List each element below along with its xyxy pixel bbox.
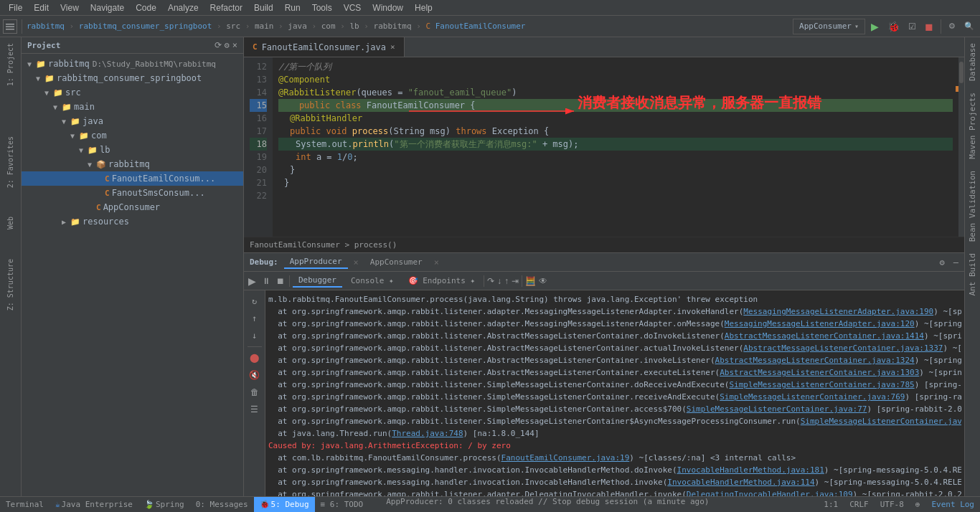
debug-resume-btn[interactable]: ▶ (247, 275, 258, 287)
scrollbar-thumb[interactable] (959, 62, 963, 83)
status-tab-messages[interactable]: 0: Messages (190, 497, 254, 513)
tree-item-rabbitmq-pkg[interactable]: ▼ 📦 rabbitmq (22, 157, 243, 171)
menu-edit[interactable]: Edit (28, 0, 55, 15)
tree-label-consumer: rabbitmq_consumer_springboot (57, 73, 202, 83)
editor-scrollbar[interactable] (958, 57, 964, 237)
search-button[interactable]: 🔍 (961, 20, 977, 32)
step-over-btn[interactable]: ↷ (487, 276, 494, 286)
menu-help[interactable]: Help (409, 0, 438, 15)
tree-item-lb[interactable]: ▼ 📁 lb (22, 143, 243, 157)
menu-file[interactable]: File (3, 0, 28, 15)
step-out-btn[interactable]: ↑ (504, 276, 509, 286)
watch-btn[interactable]: 👁 (539, 276, 547, 286)
right-tab-bean[interactable]: Bean Validation (965, 165, 980, 247)
debug-stop-btn[interactable]: ⏹ (275, 276, 286, 286)
menu-window[interactable]: Window (367, 0, 409, 15)
line-num-22: 22 (250, 189, 267, 202)
debug-clear-btn[interactable]: 🗑 (247, 384, 263, 400)
debug-pause-btn[interactable]: ⏸ (260, 276, 272, 286)
debug-breakpoint-btn[interactable]: ⬤ (247, 350, 263, 366)
menu-code[interactable]: Code (130, 0, 162, 15)
menu-tools[interactable]: Tools (306, 0, 338, 15)
debug-down-btn[interactable]: ↓ (247, 328, 263, 343)
debug-tab-app-producer[interactable]: AppProducer (284, 255, 348, 269)
project-panel: Project ⟳ ⚙ × ▼ 📁 rabbitmq D:\Study_Rabb… (22, 37, 244, 496)
project-panel-title: Project (27, 41, 60, 50)
tree-item-com[interactable]: ▼ 📁 com (22, 128, 243, 143)
debug-settings-icon[interactable]: ⚙ (940, 257, 945, 267)
debug-minimize-icon[interactable]: — (953, 257, 958, 267)
debug-log-content[interactable]: m.lb.rabbitmq.FanoutEamilConsumer.proces… (265, 290, 964, 496)
status-tab-java-enterprise-label: Java Enterprise (62, 500, 133, 509)
debug-sub-tab-console[interactable]: Console ✦ (345, 275, 400, 287)
debug-mute-btn[interactable]: 🔇 (247, 367, 263, 383)
stop-button[interactable]: ◼ (922, 19, 936, 34)
debug-sub-tab-endpoints[interactable]: 🎯 Endpoints ✦ (402, 275, 481, 287)
tree-arrow-consumer: ▼ (36, 75, 44, 82)
menu-refactor[interactable]: Refactor (204, 0, 248, 15)
tree-item-fanout-email[interactable]: ▶ C FanoutEamilConsum... (22, 171, 243, 186)
menu-run[interactable]: Run (279, 0, 306, 15)
tab-fanout-email[interactable]: C FanoutEamilConsumer.java × (244, 37, 405, 57)
evaluate-btn[interactable]: 🧮 (525, 276, 536, 286)
sidebar-item-structure[interactable]: Z: Structure (4, 256, 17, 313)
code-scroll-area[interactable]: 12 13 14 15 16 17 18 19 20 21 22 (244, 57, 964, 237)
debug-sub-tab-debugger[interactable]: Debugger (293, 274, 342, 288)
menu-vcs[interactable]: VCS (338, 0, 367, 15)
tree-item-resources[interactable]: ▶ 📁 resources (22, 214, 243, 229)
sidebar-item-favorites[interactable]: 2: Favorites (4, 133, 17, 191)
step-into-btn[interactable]: ↓ (497, 276, 501, 286)
status-tab-messages-label: 0: Messages (196, 500, 248, 509)
run-config-selector[interactable]: AppConsumer ▾ (793, 19, 865, 34)
tree-label-fanout-email: FanoutEamilConsum... (112, 174, 216, 184)
src-folder-icon: 📁 (53, 88, 63, 98)
debug-tab-app-consumer[interactable]: AppConsumer (364, 256, 428, 268)
run-to-cursor-btn[interactable]: ⇥ (512, 276, 519, 286)
tree-item-appconsumer[interactable]: ▶ C AppConsumer (22, 200, 243, 214)
sidebar-item-web[interactable]: Web (4, 214, 17, 232)
tree-item-consumer-springboot[interactable]: ▼ 📁 rabbitmq_consumer_springboot (22, 71, 243, 85)
toolbar-icon-1[interactable] (3, 19, 17, 34)
status-tab-debug[interactable]: 🐞 5: Debug (254, 497, 315, 513)
tree-item-java[interactable]: ▼ 📁 java (22, 114, 243, 128)
right-tab-database[interactable]: Database (965, 37, 980, 87)
coverage-button[interactable]: ☑ (905, 20, 919, 33)
status-position: 1:1 (824, 500, 838, 509)
debug-button[interactable]: 🐞 (885, 19, 903, 34)
code-line-21: } (278, 176, 953, 189)
debug-line-1: at org.springframework.amqp.rabbit.liste… (268, 305, 961, 318)
run-button[interactable]: ▶ (868, 19, 882, 34)
right-tab-ant[interactable]: Ant Build (965, 247, 980, 302)
status-tab-todo[interactable]: ≡ 6: TODO (315, 497, 369, 513)
settings-icon[interactable]: ⚙ (225, 40, 230, 50)
sync-icon[interactable]: ⟳ (215, 40, 222, 50)
code-line-16: @RabbitHandler (278, 112, 953, 125)
menu-view[interactable]: View (55, 0, 85, 15)
code-line-14: @RabbitListener(queues = "fanout_eamil_q… (278, 86, 953, 99)
tab-close-icon[interactable]: × (390, 42, 395, 52)
code-line-15: public class FanoutEamilConsumer { (278, 99, 953, 112)
tree-item-fanout-sms[interactable]: ▶ C FanoutSmsConsum... (22, 186, 243, 200)
debug-filter-btn[interactable]: ☰ (247, 402, 263, 417)
tree-item-rabbitmq[interactable]: ▼ 📁 rabbitmq D:\Study_RabbitMQ\rabbitmq (22, 57, 243, 71)
sidebar-item-project[interactable]: 1: Project (4, 40, 17, 89)
status-tab-terminal[interactable]: Terminal (0, 497, 50, 513)
menu-analyze[interactable]: Analyze (162, 0, 204, 15)
debug-up-btn[interactable]: ↑ (247, 310, 263, 326)
svg-rect-0 (6, 24, 14, 25)
code-content[interactable]: //第一个队列 @Component @RabbitListener(queue… (273, 57, 958, 237)
close-panel-icon[interactable]: × (232, 40, 237, 50)
build-button[interactable]: ⚙ (946, 20, 958, 32)
menu-navigate[interactable]: Navigate (85, 0, 130, 15)
menu-build[interactable]: Build (248, 0, 279, 15)
line-num-16: 16 (250, 112, 267, 125)
status-tab-spring[interactable]: 🍃 Spring (138, 497, 190, 513)
debug-line-3: at org.springframework.amqp.rabbit.liste… (268, 330, 961, 342)
tree-item-src[interactable]: ▼ 📁 src (22, 85, 243, 100)
tree-item-main[interactable]: ▼ 📁 main (22, 100, 243, 114)
debug-restart-btn[interactable]: ↻ (247, 293, 263, 309)
status-tab-java-enterprise[interactable]: ☕ Java Enterprise (50, 497, 138, 513)
right-tab-maven[interactable]: Maven Projects (965, 87, 980, 165)
event-log-link[interactable]: Event Log (931, 500, 974, 509)
status-encoding: UTF-8 (880, 500, 904, 509)
